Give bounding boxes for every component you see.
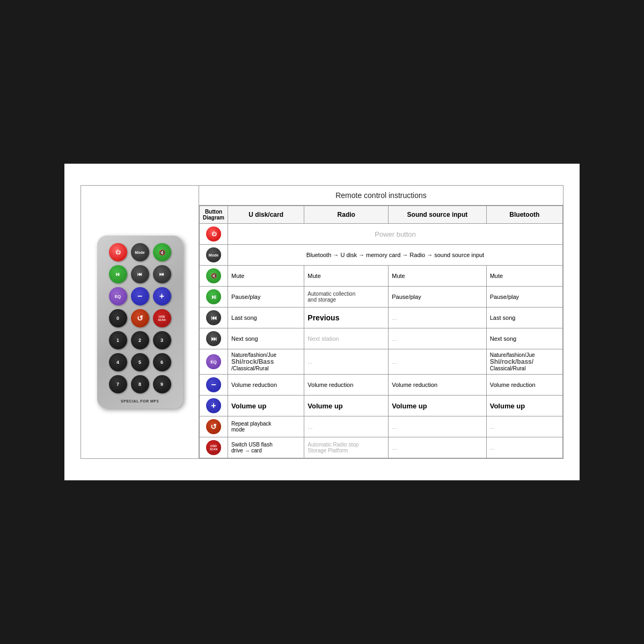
remote-row-4: 0 ↺ U/SDSCAN bbox=[109, 309, 171, 327]
mode-btn-cell: Mode bbox=[200, 245, 228, 266]
table-side: Remote control instructions Button Diagr… bbox=[199, 186, 563, 458]
plus-btn-cell: + bbox=[200, 396, 228, 416]
eq-bt: Nature/fashion/JueShi/rock/bass/Classica… bbox=[486, 349, 562, 375]
plus-bt: Volume up bbox=[486, 396, 562, 416]
remote-row-2: ⏯ ⏮ ⏭ bbox=[109, 265, 171, 283]
main-title: Remote control instructions bbox=[199, 186, 563, 206]
row-eq: EQ Nature/fashion/JueShi/rock/Bass/Class… bbox=[200, 349, 563, 375]
minus-radio: Volume reduction bbox=[304, 375, 389, 396]
row-pause: ⏯ Pause/play Automatic collectionand sto… bbox=[200, 287, 563, 308]
remote-side: ⏻ Mode 🔇 ⏯ ⏮ ⏭ EQ − + 0 bbox=[81, 186, 199, 458]
scan-udisk: Switch USB flashdrive → card bbox=[228, 437, 304, 458]
remote-scan-btn[interactable]: U/SDSCAN bbox=[153, 309, 171, 327]
row-scan: U/SDSCAN Switch USB flashdrive → card Au… bbox=[200, 437, 563, 458]
repeat-icon: ↺ bbox=[206, 419, 221, 434]
remote-row-1: ⏻ Mode 🔇 bbox=[109, 243, 171, 261]
power-btn-cell: ⏻ bbox=[200, 224, 228, 245]
scan-bt: ... bbox=[486, 437, 562, 458]
row-plus: + Volume up Volume up Volume up Volume u… bbox=[200, 396, 563, 416]
prev-icon: ⏮ bbox=[206, 310, 221, 325]
plus-icon: + bbox=[206, 398, 221, 413]
mute-bt: Mute bbox=[486, 266, 562, 287]
pause-sound: Pause/play bbox=[389, 287, 486, 308]
remote-row-5: 1 2 3 bbox=[109, 331, 171, 349]
eq-radio: ... bbox=[304, 349, 389, 375]
remote-row-3: EQ − + bbox=[109, 287, 171, 305]
eq-sound: ... bbox=[389, 349, 486, 375]
next-udisk: Next song bbox=[228, 328, 304, 349]
remote-row-6: 4 5 6 bbox=[109, 353, 171, 371]
pause-btn-cell: ⏯ bbox=[200, 287, 228, 308]
row-next: ⏭ Next song Next station ... Next song bbox=[200, 328, 563, 349]
table-header-row: Button Diagram U disk/card Radio Sound s… bbox=[200, 206, 563, 224]
remote-row-7: 7 8 9 bbox=[109, 375, 171, 393]
remote-zero-btn[interactable]: 0 bbox=[109, 309, 127, 327]
remote-7-btn[interactable]: 7 bbox=[109, 375, 127, 393]
plus-udisk: Volume up bbox=[228, 396, 304, 416]
remote-9-btn[interactable]: 9 bbox=[153, 375, 171, 393]
remote-repeat-btn[interactable]: ↺ bbox=[131, 309, 149, 327]
remote-mute-btn[interactable]: 🔇 bbox=[153, 243, 171, 261]
mute-sound: Mute bbox=[389, 266, 486, 287]
remote-play-btn[interactable]: ⏯ bbox=[109, 265, 127, 283]
remote-mode-btn[interactable]: Mode bbox=[131, 243, 149, 261]
col-bluetooth: Bluetooth bbox=[486, 206, 562, 224]
remote-eq-btn[interactable]: EQ bbox=[109, 287, 127, 305]
col-sound-source: Sound source input bbox=[389, 206, 486, 224]
row-prev: ⏮ Last song Previous ... Last song bbox=[200, 308, 563, 328]
remote-8-btn[interactable]: 8 bbox=[131, 375, 149, 393]
minus-bt: Volume reduction bbox=[486, 375, 562, 396]
col-button-diagram: Button Diagram bbox=[200, 206, 228, 224]
scan-icon: U/SDSCAN bbox=[206, 440, 221, 455]
next-btn-cell: ⏭ bbox=[200, 328, 228, 349]
repeat-btn-cell: ↺ bbox=[200, 416, 228, 437]
remote-6-btn[interactable]: 6 bbox=[153, 353, 171, 371]
minus-sound: Volume reduction bbox=[389, 375, 486, 396]
col-udisk: U disk/card bbox=[228, 206, 304, 224]
repeat-sound: ... bbox=[389, 416, 486, 437]
remote-power-btn[interactable]: ⏻ bbox=[109, 243, 127, 261]
mute-udisk: Mute bbox=[228, 266, 304, 287]
row-mode: Mode Bluetooth → U disk → memory card → … bbox=[200, 245, 563, 266]
mute-btn-cell: 🔇 bbox=[200, 266, 228, 287]
row-repeat: ↺ Repeat playbackmode ... ... ... bbox=[200, 416, 563, 437]
next-radio: Next station bbox=[304, 328, 389, 349]
power-desc: Power button bbox=[228, 224, 563, 245]
repeat-udisk: Repeat playbackmode bbox=[228, 416, 304, 437]
mute-radio: Mute bbox=[304, 266, 389, 287]
remote-4-btn[interactable]: 4 bbox=[109, 353, 127, 371]
remote-body: ⏻ Mode 🔇 ⏯ ⏮ ⏭ EQ − + 0 bbox=[97, 236, 183, 408]
remote-2-btn[interactable]: 2 bbox=[131, 331, 149, 349]
pause-udisk: Pause/play bbox=[228, 287, 304, 308]
remote-prev-btn[interactable]: ⏮ bbox=[131, 265, 149, 283]
eq-udisk: Nature/fashion/JueShi/rock/Bass/Classica… bbox=[228, 349, 304, 375]
next-sound: ... bbox=[389, 328, 486, 349]
pause-icon: ⏯ bbox=[206, 289, 221, 304]
remote-3-btn[interactable]: 3 bbox=[153, 331, 171, 349]
remote-minus-btn[interactable]: − bbox=[131, 287, 149, 305]
prev-udisk: Last song bbox=[228, 308, 304, 328]
plus-radio: Volume up bbox=[304, 396, 389, 416]
mute-icon: 🔇 bbox=[206, 268, 221, 283]
prev-btn-cell: ⏮ bbox=[200, 308, 228, 328]
scan-btn-cell: U/SDSCAN bbox=[200, 437, 228, 458]
scan-radio: Automatic Radio stopStorage Platform bbox=[304, 437, 389, 458]
row-minus: − Volume reduction Volume reduction Volu… bbox=[200, 375, 563, 396]
power-icon: ⏻ bbox=[206, 226, 221, 241]
remote-1-btn[interactable]: 1 bbox=[109, 331, 127, 349]
minus-btn-cell: − bbox=[200, 375, 228, 396]
pause-bt: Pause/play bbox=[486, 287, 562, 308]
remote-label: SPECIAL FOR MP3 bbox=[121, 399, 159, 403]
page-wrapper: ⏻ Mode 🔇 ⏯ ⏮ ⏭ EQ − + 0 bbox=[64, 164, 580, 480]
remote-plus-btn[interactable]: + bbox=[153, 287, 171, 305]
repeat-radio: ... bbox=[304, 416, 389, 437]
prev-bt: Last song bbox=[486, 308, 562, 328]
pause-radio: Automatic collectionand storage bbox=[304, 287, 389, 308]
content-area: ⏻ Mode 🔇 ⏯ ⏮ ⏭ EQ − + 0 bbox=[80, 185, 564, 459]
row-power: ⏻ Power button bbox=[200, 224, 563, 245]
remote-next-btn[interactable]: ⏭ bbox=[153, 265, 171, 283]
remote-5-btn[interactable]: 5 bbox=[131, 353, 149, 371]
mode-desc: Bluetooth → U disk → memory card → Radio… bbox=[228, 245, 563, 266]
next-bt: Next song bbox=[486, 328, 562, 349]
instructions-table: Button Diagram U disk/card Radio Sound s… bbox=[199, 206, 563, 458]
